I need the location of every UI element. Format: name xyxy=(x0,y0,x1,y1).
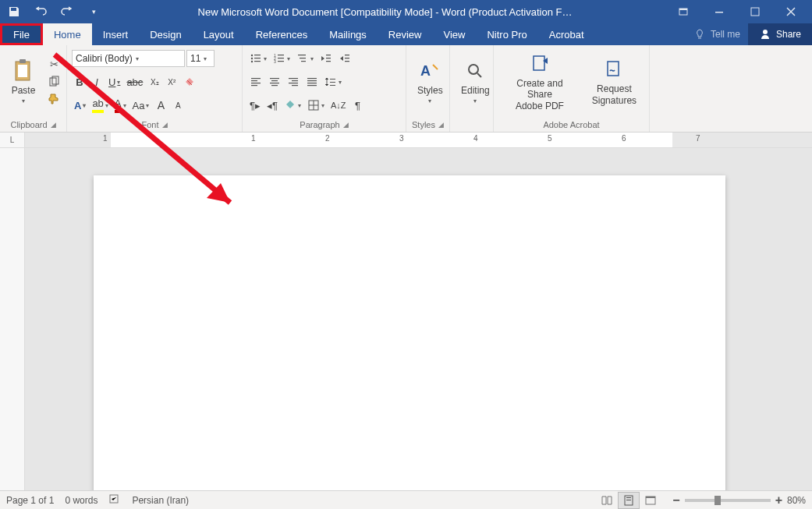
svg-rect-33 xyxy=(289,78,298,79)
tab-references[interactable]: References xyxy=(245,23,318,45)
format-painter-icon[interactable] xyxy=(45,91,62,107)
svg-rect-29 xyxy=(270,78,279,79)
svg-rect-1 xyxy=(679,9,687,10)
svg-rect-41 xyxy=(330,79,335,80)
tab-file[interactable]: File xyxy=(0,23,43,45)
language-status[interactable]: Persian (Iran) xyxy=(132,495,189,506)
clear-formatting-icon[interactable] xyxy=(181,73,198,90)
svg-rect-31 xyxy=(270,83,279,83)
minimize-button[interactable] xyxy=(701,0,737,23)
grow-font-button[interactable]: A xyxy=(153,97,168,114)
copy-icon[interactable] xyxy=(45,74,62,90)
align-center-button[interactable] xyxy=(266,73,283,90)
show-marks-button[interactable]: ¶ xyxy=(350,97,366,114)
print-layout-icon[interactable] xyxy=(618,492,640,509)
paste-button[interactable]: Paste ▾ xyxy=(5,48,42,115)
align-right-button[interactable] xyxy=(285,73,302,90)
save-icon[interactable] xyxy=(3,2,25,22)
tab-selector-icon[interactable]: L xyxy=(0,133,25,147)
cut-icon[interactable]: ✂ xyxy=(45,57,62,72)
multilevel-list-button[interactable] xyxy=(294,50,316,67)
text-effects-button[interactable]: A xyxy=(72,97,88,114)
zoom-level[interactable]: 80% xyxy=(787,495,806,506)
page-number-status[interactable]: Page 1 of 1 xyxy=(6,495,54,506)
svg-rect-36 xyxy=(292,85,298,86)
svg-rect-25 xyxy=(251,78,261,79)
share-label: Share xyxy=(776,29,801,40)
font-dialog-launcher-icon[interactable]: ◢ xyxy=(162,121,168,129)
font-group-label: Font xyxy=(141,120,158,129)
align-left-button[interactable] xyxy=(247,73,264,90)
borders-button[interactable] xyxy=(305,97,327,114)
tab-acrobat[interactable]: Acrobat xyxy=(538,23,595,45)
tab-review[interactable]: Review xyxy=(378,23,433,45)
svg-rect-54 xyxy=(646,497,655,498)
spell-check-icon[interactable] xyxy=(108,493,121,507)
line-spacing-button[interactable] xyxy=(322,73,344,90)
svg-rect-40 xyxy=(307,85,317,86)
decrease-indent-button[interactable] xyxy=(317,50,335,67)
tab-layout[interactable]: Layout xyxy=(193,23,245,45)
request-signatures-button[interactable]: Request Signatures xyxy=(584,48,644,115)
justify-button[interactable] xyxy=(303,73,321,90)
read-mode-icon[interactable] xyxy=(596,492,618,509)
document-page[interactable] xyxy=(94,175,725,509)
underline-button[interactable]: U xyxy=(106,73,122,90)
zoom-out-button[interactable]: − xyxy=(672,493,679,507)
word-count-status[interactable]: 0 words xyxy=(65,495,98,506)
increase-indent-button[interactable] xyxy=(336,50,353,67)
styles-icon: A xyxy=(417,58,442,83)
svg-rect-2 xyxy=(715,12,723,13)
tab-view[interactable]: View xyxy=(432,23,476,45)
svg-rect-27 xyxy=(251,83,261,83)
maximize-button[interactable] xyxy=(737,0,773,23)
web-layout-icon[interactable] xyxy=(640,492,661,509)
highlight-button[interactable]: ab xyxy=(90,97,110,114)
create-share-pdf-button[interactable]: Create and Share Adobe PDF xyxy=(498,48,581,115)
tab-mailings[interactable]: Mailings xyxy=(318,23,378,45)
lightbulb-icon xyxy=(693,28,706,41)
svg-text:3: 3 xyxy=(274,59,276,64)
svg-rect-19 xyxy=(278,58,284,58)
customize-qat-icon[interactable]: ▾ xyxy=(83,2,105,22)
zoom-slider[interactable] xyxy=(685,499,771,502)
bullets-button[interactable] xyxy=(247,50,269,67)
styles-button[interactable]: A Styles ▾ xyxy=(411,48,449,115)
sort-button[interactable]: A↓Z xyxy=(328,97,349,114)
svg-rect-6 xyxy=(20,59,26,63)
redo-icon[interactable] xyxy=(56,2,78,22)
share-button[interactable]: Share xyxy=(748,23,812,45)
tell-me-label: Tell me xyxy=(711,29,740,40)
rtl-button[interactable]: ◂¶ xyxy=(264,97,280,114)
change-case-button[interactable]: Aa xyxy=(130,97,152,114)
tab-insert[interactable]: Insert xyxy=(92,23,140,45)
tab-home[interactable]: Home xyxy=(43,23,92,45)
tab-design[interactable]: Design xyxy=(139,23,192,45)
font-size-combo[interactable]: 11▾ xyxy=(186,50,215,67)
strikethrough-button[interactable]: abc xyxy=(124,73,145,90)
vertical-ruler[interactable] xyxy=(0,148,25,490)
italic-button[interactable]: I xyxy=(89,73,105,90)
svg-point-4 xyxy=(763,30,768,34)
paragraph-dialog-launcher-icon[interactable]: ◢ xyxy=(343,121,349,129)
close-button[interactable] xyxy=(773,0,809,23)
svg-rect-38 xyxy=(307,80,317,81)
clipboard-dialog-launcher-icon[interactable]: ◢ xyxy=(51,121,56,129)
undo-icon[interactable] xyxy=(30,2,51,22)
zoom-in-button[interactable]: + xyxy=(775,493,782,507)
superscript-button[interactable]: X² xyxy=(164,73,179,90)
shrink-font-button[interactable]: A xyxy=(170,97,186,114)
numbering-button[interactable]: 123 xyxy=(271,50,293,67)
bold-button[interactable]: B xyxy=(72,73,87,90)
subscript-button[interactable]: X₂ xyxy=(147,73,162,90)
ltr-button[interactable]: ¶▸ xyxy=(247,97,263,114)
font-color-button[interactable]: A xyxy=(112,97,129,114)
tell-me-search[interactable]: Tell me xyxy=(686,23,748,45)
horizontal-ruler[interactable]: 1 1 2 3 4 5 6 7 xyxy=(25,133,812,147)
font-name-combo[interactable]: Calibri (Body)▾ xyxy=(72,50,185,67)
editing-button[interactable]: Editing ▾ xyxy=(455,48,496,115)
shading-button[interactable] xyxy=(282,97,303,114)
tab-nitro-pro[interactable]: Nitro Pro xyxy=(476,23,537,45)
ribbon-display-options-icon[interactable] xyxy=(665,0,701,23)
styles-dialog-launcher-icon[interactable]: ◢ xyxy=(438,121,444,129)
